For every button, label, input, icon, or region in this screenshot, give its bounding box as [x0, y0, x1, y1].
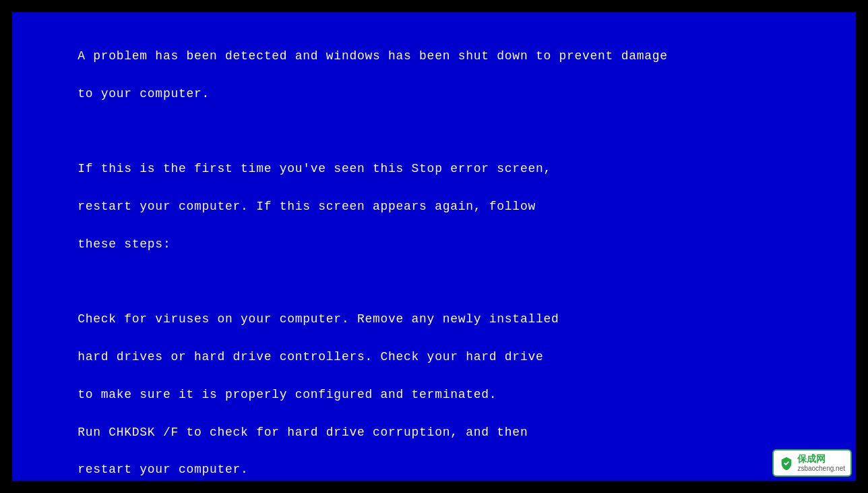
bsod-line4: If this is the first time you've seen th…: [78, 162, 551, 175]
bsod-text: A problem has been detected and windows …: [31, 28, 837, 493]
bsod-line1: A problem has been detected and windows …: [78, 49, 668, 63]
bsod-screen: A problem has been detected and windows …: [12, 12, 856, 481]
bsod-line12: restart your computer.: [78, 463, 248, 476]
bsod-line11: Run CHKDSK /F to check for hard drive co…: [78, 426, 528, 439]
bsod-line6: these steps:: [78, 237, 170, 251]
bsod-line9: hard drives or hard drive controllers. C…: [78, 350, 543, 364]
watermark-main-text: 保成网: [797, 453, 845, 465]
bsod-line8: Check for viruses on your computer. Remo…: [78, 312, 559, 326]
bsod-line5: restart your computer. If this screen ap…: [78, 200, 536, 213]
bsod-line2: to your computer.: [78, 87, 210, 100]
shield-icon: [779, 456, 794, 471]
bsod-line10: to make sure it is properly configured a…: [78, 388, 497, 401]
watermark-text: 保成网 zsbaocheng.net: [797, 453, 845, 473]
watermark-sub-text: zsbaocheng.net: [797, 465, 845, 473]
watermark: 保成网 zsbaocheng.net: [772, 449, 852, 477]
screen-container: A problem has been detected and windows …: [0, 0, 868, 493]
